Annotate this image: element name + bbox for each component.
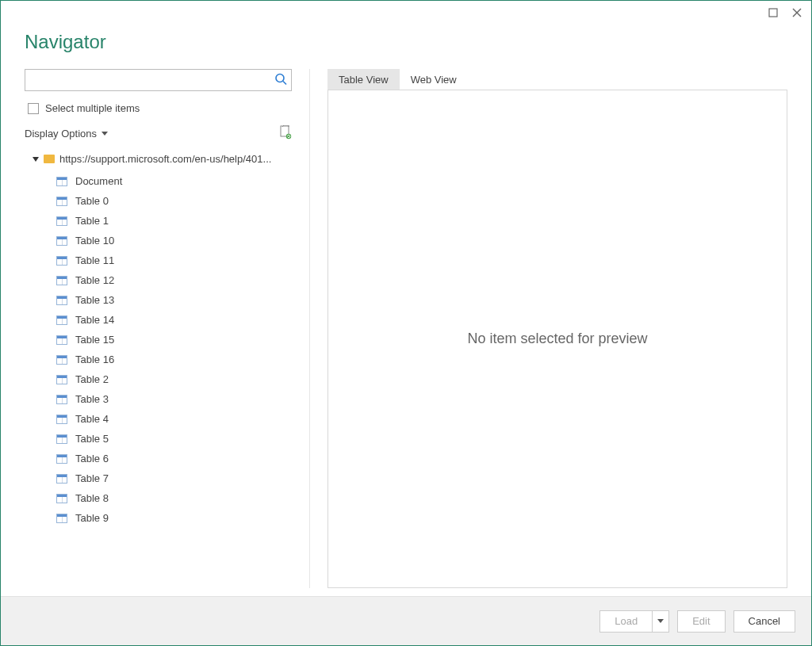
right-panel: Table View Web View No item selected for… xyxy=(310,69,787,588)
table-icon xyxy=(56,415,67,424)
table-icon xyxy=(56,236,67,246)
cancel-button[interactable]: Cancel xyxy=(733,610,795,633)
footer: Load Edit Cancel xyxy=(1,596,811,645)
select-multiple-label: Select multiple items xyxy=(45,102,140,114)
tree-item[interactable]: Table 7 xyxy=(53,468,292,488)
table-icon xyxy=(56,216,67,226)
display-options-dropdown[interactable]: Display Options xyxy=(25,128,108,140)
table-icon xyxy=(56,355,67,365)
search-input[interactable] xyxy=(25,69,292,91)
expand-icon xyxy=(33,157,39,162)
display-row: Display Options xyxy=(25,125,292,142)
tree-item-label: Table 9 xyxy=(75,512,109,524)
tree-item[interactable]: Table 5 xyxy=(53,429,292,449)
tree-item-label: Table 8 xyxy=(75,492,109,504)
close-icon[interactable] xyxy=(789,5,805,21)
tree-item[interactable]: Table 11 xyxy=(53,250,292,270)
titlebar xyxy=(1,1,811,25)
table-icon xyxy=(56,375,67,384)
svg-rect-0 xyxy=(769,9,777,17)
tree-item[interactable]: Table 13 xyxy=(53,290,292,310)
tree-root-label: https://support.microsoft.com/en-us/help… xyxy=(59,153,290,165)
table-icon xyxy=(56,514,67,523)
tree-item-label: Table 13 xyxy=(75,294,114,306)
table-icon xyxy=(56,335,67,345)
load-button[interactable]: Load xyxy=(599,610,652,633)
table-icon xyxy=(56,256,67,266)
tree-item-label: Table 3 xyxy=(75,393,109,405)
tab-web-view[interactable]: Web View xyxy=(400,69,468,90)
dialog-title: Navigator xyxy=(25,31,787,53)
preview-empty-text: No item selected for preview xyxy=(467,331,647,347)
tree-item-label: Table 7 xyxy=(75,472,109,484)
tree-item[interactable]: Table 14 xyxy=(53,310,292,330)
tree-item[interactable]: Table 1 xyxy=(53,211,292,231)
tree-item[interactable]: Document xyxy=(53,171,292,191)
tree-item[interactable]: Table 8 xyxy=(53,488,292,508)
display-options-label: Display Options xyxy=(25,128,97,140)
navigator-dialog: Navigator Select multiple items Display … xyxy=(0,0,812,646)
select-multiple-checkbox[interactable]: Select multiple items xyxy=(25,102,292,114)
tree-item[interactable]: Table 2 xyxy=(53,369,292,389)
table-icon xyxy=(56,454,67,464)
tree-item-label: Table 10 xyxy=(75,235,114,247)
table-icon xyxy=(56,177,67,186)
tree-item-label: Table 5 xyxy=(75,433,109,445)
table-icon xyxy=(56,276,67,285)
tree-item[interactable]: Table 9 xyxy=(53,508,292,528)
tree-item-label: Table 2 xyxy=(75,373,109,385)
tree-item[interactable]: Table 10 xyxy=(53,231,292,250)
tree-item-label: Document xyxy=(75,175,122,187)
body: Select multiple items Display Options xyxy=(1,69,811,596)
table-icon xyxy=(56,315,67,325)
search-wrap xyxy=(25,69,292,91)
tree-item-label: Table 4 xyxy=(75,413,109,425)
tree-item[interactable]: Table 12 xyxy=(53,270,292,290)
checkbox-icon xyxy=(28,103,39,114)
table-icon xyxy=(56,296,67,305)
tree-item-label: Table 6 xyxy=(75,453,109,464)
tree-children: DocumentTable 0Table 1Table 10Table 11Ta… xyxy=(25,168,292,528)
tree-item[interactable]: Table 6 xyxy=(53,449,292,468)
load-button-group: Load xyxy=(599,610,669,633)
chevron-down-icon xyxy=(657,619,664,623)
table-icon xyxy=(56,474,67,484)
tree-item-label: Table 1 xyxy=(75,215,109,227)
preview-pane: No item selected for preview xyxy=(327,90,787,588)
header: Navigator xyxy=(1,25,811,69)
folder-icon xyxy=(44,155,55,163)
tree-item[interactable]: Table 0 xyxy=(53,191,292,211)
tree-item[interactable]: Table 4 xyxy=(53,409,292,429)
tree-item-label: Table 16 xyxy=(75,354,114,365)
tabs: Table View Web View xyxy=(327,69,787,90)
tree-item-label: Table 15 xyxy=(75,334,114,346)
left-panel: Select multiple items Display Options xyxy=(25,69,310,588)
tree-item-label: Table 0 xyxy=(75,195,109,207)
tree-item[interactable]: Table 16 xyxy=(53,350,292,369)
tree-item-label: Table 11 xyxy=(75,254,114,266)
load-dropdown[interactable] xyxy=(652,610,669,633)
tree: https://support.microsoft.com/en-us/help… xyxy=(25,150,292,588)
tree-item-label: Table 12 xyxy=(75,274,114,286)
table-icon xyxy=(56,395,67,404)
tree-item[interactable]: Table 3 xyxy=(53,389,292,409)
tab-table-view[interactable]: Table View xyxy=(327,69,400,90)
tree-item-label: Table 14 xyxy=(75,314,114,326)
tree-root[interactable]: https://support.microsoft.com/en-us/help… xyxy=(25,150,292,168)
edit-button[interactable]: Edit xyxy=(677,610,725,633)
table-icon xyxy=(56,494,67,503)
table-icon xyxy=(56,197,67,206)
refresh-icon[interactable] xyxy=(279,125,292,142)
tree-item[interactable]: Table 15 xyxy=(53,330,292,350)
chevron-down-icon xyxy=(102,132,108,136)
maximize-icon[interactable] xyxy=(765,5,781,21)
table-icon xyxy=(56,434,67,444)
